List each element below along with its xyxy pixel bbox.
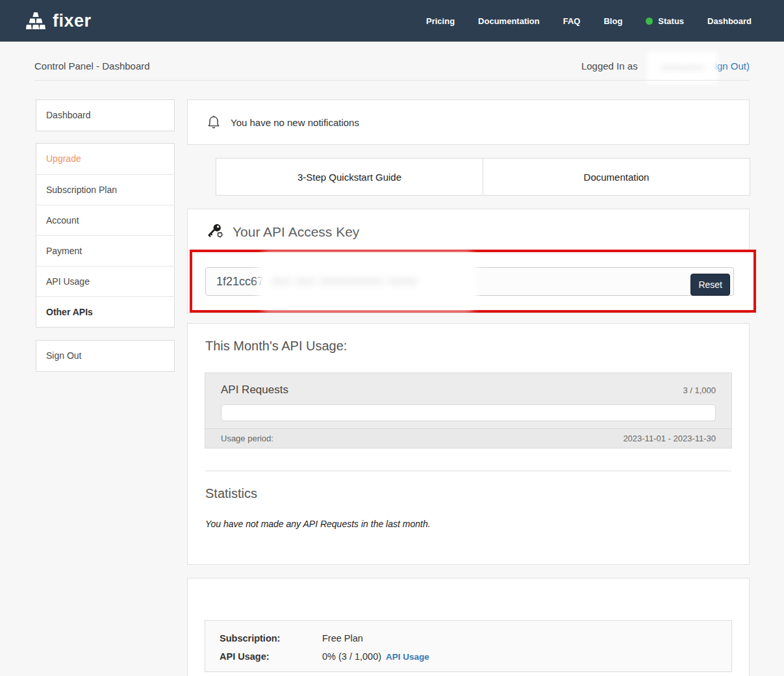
- nav-status[interactable]: Status: [646, 16, 684, 26]
- nav-dashboard[interactable]: Dashboard: [707, 16, 752, 26]
- breadcrumb-divider: [34, 80, 750, 81]
- usage-metric-label: API Requests: [221, 384, 288, 396]
- fixer-logo[interactable]: fixer: [26, 0, 92, 42]
- usage-count: 3 / 1,000: [683, 385, 716, 395]
- nav-documentation[interactable]: Documentation: [478, 16, 540, 26]
- usage-progress-bar: [221, 404, 716, 421]
- api-usage-label: API Usage:: [220, 651, 322, 662]
- subscription-label: Subscription:: [220, 633, 322, 644]
- usage-period-label: Usage period:: [221, 434, 273, 443]
- sidebar-group-account: Upgrade Subscription Plan Account Paymen…: [36, 143, 175, 328]
- notification-message: You have no new notifications: [231, 117, 359, 128]
- statistics-empty-message: You have not made any API Requests in th…: [205, 519, 731, 529]
- subscription-row: Subscription: Free Plan: [205, 627, 731, 645]
- api-key-heading: Your API Access Key: [207, 223, 749, 240]
- sidebar-item-payment[interactable]: Payment: [36, 235, 174, 266]
- redacted-api-key: •••• •••• ••••••••••••• ••••••: [263, 257, 472, 306]
- sidebar-item-dashboard[interactable]: Dashboard: [36, 100, 174, 131]
- subscription-card: Subscription: Free Plan API Usage: 0% (3…: [187, 578, 750, 676]
- top-navbar: fixer Pricing Documentation FAQ Blog Sta…: [0, 0, 784, 42]
- usage-card: This Month's API Usage: API Requests 3 /…: [187, 323, 750, 565]
- api-key-heading-text: Your API Access Key: [233, 224, 359, 240]
- api-key-value: 1f21cc67: [216, 268, 264, 295]
- status-dot-icon: [646, 18, 653, 25]
- quickstart-guide-button[interactable]: 3-Step Quickstart Guide: [216, 159, 483, 195]
- subscription-panel: Subscription: Free Plan API Usage: 0% (3…: [205, 620, 732, 672]
- usage-period-value: 2023-11-01 - 2023-11-30: [623, 434, 716, 443]
- sidebar-item-upgrade[interactable]: Upgrade: [36, 144, 174, 174]
- notifications-card: You have no new notifications: [187, 99, 750, 145]
- sidebar-item-sign-out[interactable]: Sign Out: [36, 341, 174, 371]
- key-icon: [207, 223, 224, 240]
- nav-blog[interactable]: Blog: [603, 16, 622, 26]
- documentation-button[interactable]: Documentation: [483, 159, 750, 195]
- nav-faq[interactable]: FAQ: [563, 16, 581, 26]
- reset-key-button[interactable]: Reset: [690, 274, 730, 296]
- usage-heading: This Month's API Usage:: [205, 339, 731, 354]
- bell-icon: [207, 114, 221, 130]
- quickstart-row: 3-Step Quickstart Guide Documentation: [216, 158, 750, 196]
- sidebar-item-api-usage[interactable]: API Usage: [36, 266, 174, 296]
- page-title: Control Panel - Dashboard: [34, 60, 150, 72]
- api-usage-link[interactable]: API Usage: [386, 652, 429, 662]
- sidebar-item-account[interactable]: Account: [36, 205, 174, 235]
- statistics-heading: Statistics: [205, 486, 731, 501]
- brand-name: fixer: [53, 11, 92, 31]
- sidebar-group-main: Dashboard: [36, 99, 175, 131]
- nav-pricing[interactable]: Pricing: [426, 16, 455, 26]
- navbar-menu: Pricing Documentation FAQ Blog Status Da…: [426, 0, 752, 42]
- card-divider: [205, 471, 731, 471]
- redacted-username: ••••••••••••: [650, 55, 714, 81]
- sidebar-group-signout: Sign Out: [36, 340, 175, 372]
- sidebar-item-subscription-plan[interactable]: Subscription Plan: [36, 174, 174, 205]
- subscription-value: Free Plan: [322, 633, 363, 644]
- api-usage-value: 0% (3 / 1,000): [322, 651, 381, 662]
- fixer-logo-icon: [26, 12, 45, 30]
- logged-in-text: Logged In as: [581, 60, 638, 72]
- usage-period-row: Usage period: 2023-11-01 - 2023-11-30: [205, 428, 731, 448]
- api-usage-row: API Usage: 0% (3 / 1,000) API Usage: [205, 645, 731, 663]
- sidebar-item-other-apis[interactable]: Other APIs: [36, 296, 174, 327]
- api-requests-panel: API Requests 3 / 1,000 Usage period: 202…: [205, 372, 732, 448]
